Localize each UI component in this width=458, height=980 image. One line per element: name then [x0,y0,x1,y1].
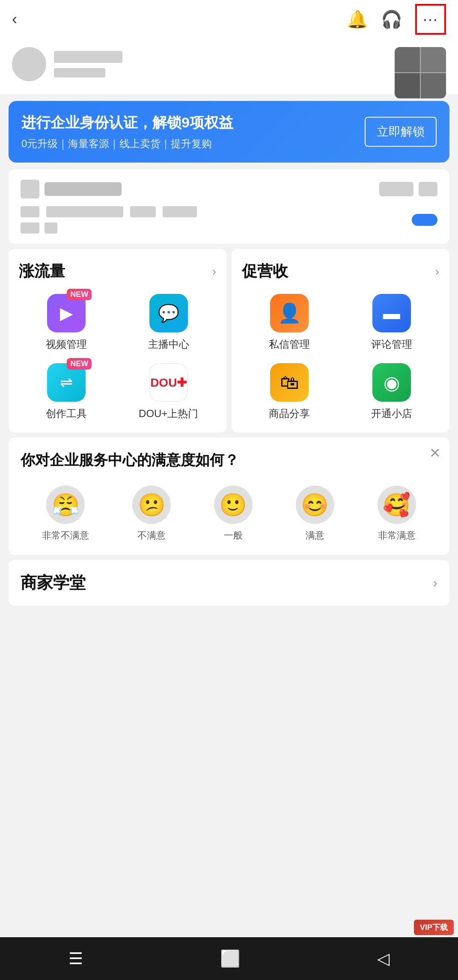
feature-item-video[interactable]: ▶ NEW 视频管理 [19,294,114,351]
satisfaction-good[interactable]: 😊 满意 [296,486,334,542]
avatar-cell-1 [395,47,420,72]
feature-item-product[interactable]: 🛍 商品分享 [242,363,337,420]
feature-panel-traffic-header: 涨流量 › [19,261,216,282]
back-button[interactable]: ‹ [12,10,17,28]
stats-row-1 [21,206,197,217]
stats-sub-label [21,222,39,234]
feature-icon-wrap-product: 🛍 [270,363,309,402]
nav-menu-button[interactable]: ☰ [68,949,83,968]
feature-icon-wrap-video: ▶ NEW [47,294,86,332]
profile-section [0,38,458,94]
feature-panel-revenue-header: 促营收 › [242,261,439,282]
feature-item-anchor[interactable]: 💬 主播中心 [121,294,217,351]
more-icon: ··· [423,10,438,28]
merchant-school-title: 商家学堂 [21,572,86,594]
feature-panel-revenue-chevron[interactable]: › [435,265,439,278]
feature-item-creation[interactable]: ⇌ NEW 创作工具 [19,363,114,420]
satisfaction-emojis: 😤 非常不满意 😕 不满意 🙂 一般 😊 满意 🥰 非常满意 [21,486,437,542]
nav-home-button[interactable]: ⬜ [220,949,240,968]
satisfaction-title: 你对企业服务中心的满意度如何？ [21,450,437,470]
features-grid: 涨流量 › ▶ NEW 视频管理 💬 [9,249,449,432]
feature-item-shop[interactable]: ◉ 开通小店 [344,363,440,420]
feature-icon-wrap-shop: ◉ [372,363,411,402]
emoji-bad-face: 😕 [132,486,171,524]
menu-icon: ☰ [68,949,83,968]
stats-action-button[interactable] [412,214,437,226]
emoji-very-bad-face: 😤 [46,486,85,524]
stats-name [45,182,122,196]
emoji-very-good-label: 非常满意 [378,529,416,542]
promo-banner: 进行企业身份认证，解锁9项权益 0元升级｜海量客源｜线上卖货｜提升复购 立即解锁 [9,101,449,163]
satisfaction-very-bad[interactable]: 😤 非常不满意 [42,486,89,542]
satisfaction-bad[interactable]: 😕 不满意 [132,486,171,542]
emoji-neutral-face: 🙂 [214,486,253,524]
satisfaction-close-button[interactable]: ✕ [429,446,441,460]
feature-label-creation: 创作工具 [46,407,87,420]
dm-icon: 👤 [270,294,309,332]
stats-val-1 [46,206,123,217]
comment-icon: ▬ [372,294,411,332]
anchor-icon: 💬 [149,294,188,332]
avatar-cell-3 [395,73,420,98]
stats-header-right [379,182,437,196]
stats-label-1 [21,206,39,217]
stats-badge-2 [419,182,437,196]
stats-icon [21,180,39,198]
top-bar-right: 🔔 🎧 ··· [347,4,446,35]
stats-sub-val [45,222,57,234]
bell-icon[interactable]: 🔔 [347,9,368,30]
emoji-very-good-face: 🥰 [378,486,416,524]
feature-panel-traffic-title: 涨流量 [19,261,65,282]
avatar-cell-4 [421,73,446,98]
feature-panel-traffic-chevron[interactable]: › [212,265,216,278]
feature-label-anchor: 主播中心 [148,338,189,351]
feature-panel-revenue: 促营收 › 👤 私信管理 ▬ 评论管理 [232,249,449,432]
feature-item-dm[interactable]: 👤 私信管理 [242,294,337,351]
feature-label-comment: 评论管理 [371,338,412,351]
nav-back-icon: ◁ [377,949,390,968]
feature-item-dou[interactable]: DOU✚ DOU+上热门 [121,363,217,420]
satisfaction-section: ✕ 你对企业服务中心的满意度如何？ 😤 非常不满意 😕 不满意 🙂 一般 😊 满… [9,438,449,555]
merchant-school-chevron[interactable]: › [433,575,437,591]
stats-header-left [21,180,122,198]
feature-label-video: 视频管理 [46,338,87,351]
feature-label-dm: 私信管理 [269,338,310,351]
stats-val-3 [163,206,197,217]
top-bar: ‹ 🔔 🎧 ··· [0,0,458,38]
stats-badge-1 [379,182,413,196]
promo-subtitle: 0元升级｜海量客源｜线上卖货｜提升复购 [21,137,233,151]
profile-avatar-photo [395,47,446,98]
stats-card [9,169,449,244]
headset-icon[interactable]: 🎧 [381,9,402,30]
avatar-cell-2 [421,47,446,72]
vip-watermark: VIP下载 [414,920,454,935]
nav-back-button[interactable]: ◁ [377,949,390,968]
emoji-bad-label: 不满意 [137,529,166,542]
promo-unlock-button[interactable]: 立即解锁 [365,117,437,147]
feature-icon-wrap-anchor: 💬 [149,294,188,332]
emoji-neutral-label: 一般 [224,529,243,542]
feature-label-shop: 开通小店 [371,407,412,420]
shop-icon: ◉ [372,363,411,402]
feature-item-comment[interactable]: ▬ 评论管理 [344,294,440,351]
feature-label-dou: DOU+上热门 [139,407,198,420]
stats-info-block [21,206,197,234]
promo-title: 进行企业身份认证，解锁9项权益 [21,113,233,133]
home-icon: ⬜ [220,949,240,968]
avatar-placeholder [12,47,46,81]
profile-name [54,51,122,63]
promo-text: 进行企业身份认证，解锁9项权益 0元升级｜海量客源｜线上卖货｜提升复购 [21,113,233,151]
satisfaction-very-good[interactable]: 🥰 非常满意 [378,486,416,542]
satisfaction-neutral[interactable]: 🙂 一般 [214,486,253,542]
merchant-school-section[interactable]: 商家学堂 › [9,560,449,606]
avatar-photo [395,47,446,98]
top-bar-left: ‹ [12,10,17,28]
more-menu-button[interactable]: ··· [415,4,446,35]
feature-icon-wrap-dm: 👤 [270,294,309,332]
profile-subtitle [54,68,105,77]
feature-icon-wrap-dou: DOU✚ [149,363,188,402]
feature-icons-revenue: 👤 私信管理 ▬ 评论管理 🛍 [242,294,439,420]
product-icon: 🛍 [270,363,309,402]
dou-icon: DOU✚ [149,363,188,402]
feature-icon-wrap-creation: ⇌ NEW [47,363,86,402]
